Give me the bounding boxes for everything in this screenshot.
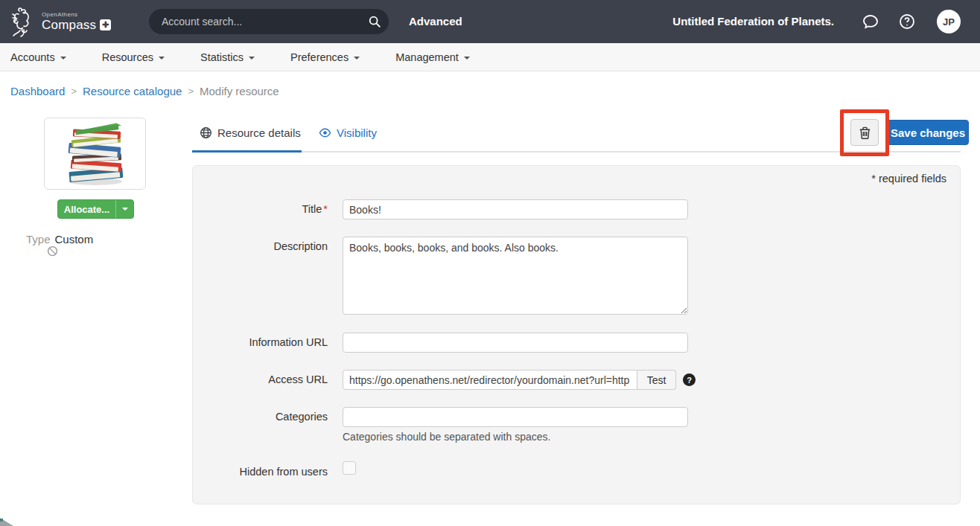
brand-compass: Compass <box>42 18 96 33</box>
organisation-name: Untitled Federation of Planets. <box>672 0 834 43</box>
globe-icon <box>200 126 212 139</box>
brand-openathens: OpenAthens <box>42 11 111 18</box>
resource-thumbnail <box>44 118 146 190</box>
information-url-input[interactable] <box>343 333 688 353</box>
delete-resource-button[interactable] <box>850 119 879 146</box>
hidden-from-users-checkbox[interactable] <box>343 461 356 475</box>
tab-visibility[interactable]: Visibility <box>319 126 377 139</box>
allocate-split-button: Allocate... <box>57 199 134 219</box>
information-url-label: Information URL <box>193 333 328 353</box>
hidden-from-users-label: Hidden from users <box>193 462 328 482</box>
advanced-search-link[interactable]: Advanced <box>409 0 462 43</box>
no-entry-icon <box>47 246 58 257</box>
menu-statistics[interactable]: Statistics <box>200 51 255 63</box>
chevron-down-icon <box>464 57 470 60</box>
resource-type: TypeCustom <box>26 233 93 246</box>
description-label: Description <box>193 237 328 257</box>
breadcrumb-dashboard[interactable]: Dashboard <box>10 85 65 97</box>
type-value: Custom <box>55 233 94 246</box>
breadcrumb: Dashboard > Resource catalogue > Modify … <box>10 85 279 97</box>
trash-icon <box>859 126 871 139</box>
menu-management[interactable]: Management <box>395 51 470 63</box>
search-icon[interactable] <box>360 9 389 34</box>
plus-badge-icon: ✚ <box>100 19 111 31</box>
title-label: Title* <box>193 199 328 219</box>
corner-widget-peek-tip <box>0 519 3 522</box>
active-tab-indicator <box>192 150 302 153</box>
eye-icon <box>319 126 331 139</box>
access-url-input[interactable] <box>343 370 637 390</box>
top-navbar: OpenAthens Compass ✚ Advanced Untitled F… <box>0 0 980 43</box>
openathens-mascot-icon <box>9 5 39 38</box>
books-stack-image <box>57 122 133 186</box>
categories-label: Categories <box>193 407 328 427</box>
menu-preferences[interactable]: Preferences <box>290 51 360 63</box>
tabs-divider <box>192 151 961 153</box>
help-icon[interactable] <box>898 13 916 31</box>
account-search <box>149 9 389 34</box>
chevron-down-icon <box>249 57 255 60</box>
allocate-button[interactable]: Allocate... <box>58 200 115 218</box>
breadcrumb-resource-catalogue[interactable]: Resource catalogue <box>83 85 182 97</box>
categories-help-text: Categories should be separated with spac… <box>343 431 550 443</box>
required-fields-note: * required fields <box>871 173 946 185</box>
required-asterisk: * <box>323 203 328 215</box>
type-label: Type <box>26 233 51 246</box>
allocate-dropdown-toggle[interactable] <box>115 200 133 218</box>
test-url-button[interactable]: Test <box>637 370 676 390</box>
chevron-down-icon <box>60 57 66 60</box>
chevron-down-icon <box>122 208 128 211</box>
breadcrumb-current: Modify resource <box>200 85 279 97</box>
user-avatar[interactable]: JP <box>937 10 961 33</box>
menu-resources[interactable]: Resources <box>102 51 165 63</box>
chevron-down-icon <box>159 57 165 60</box>
categories-input[interactable] <box>343 407 688 427</box>
access-url-help-icon[interactable]: ? <box>683 373 696 386</box>
access-url-label: Access URL <box>193 370 328 390</box>
main-menu: Accounts Resources Statistics Preference… <box>0 43 980 71</box>
description-textarea[interactable]: Books, books, books, and books. Also boo… <box>343 237 688 315</box>
title-input[interactable] <box>343 199 688 219</box>
save-changes-button[interactable]: Save changes <box>887 120 969 145</box>
menu-accounts[interactable]: Accounts <box>10 51 66 63</box>
chat-icon[interactable] <box>862 13 879 31</box>
tab-resource-details[interactable]: Resource details <box>200 126 301 139</box>
account-search-input[interactable] <box>149 16 360 28</box>
openathens-compass-logo[interactable]: OpenAthens Compass ✚ <box>9 5 111 38</box>
chevron-down-icon <box>354 57 360 60</box>
resource-details-panel: * required fields Title* Description Boo… <box>192 165 961 504</box>
